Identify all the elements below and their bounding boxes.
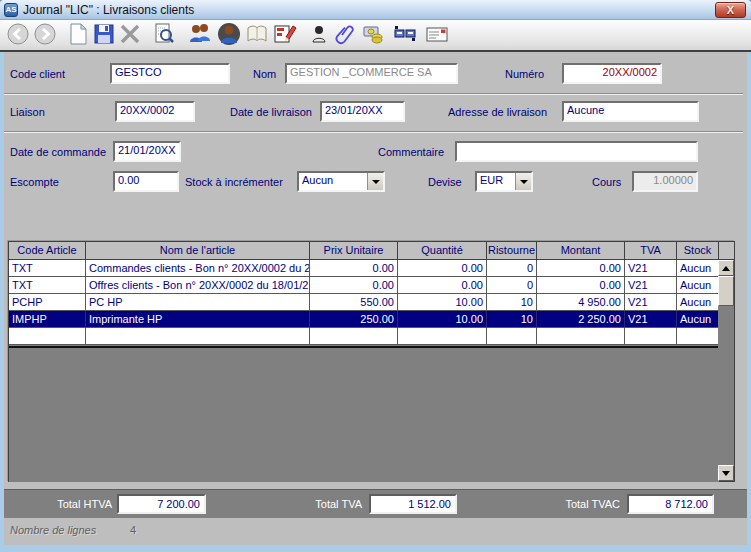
total-tva-label: Total TVA	[282, 498, 362, 510]
vertical-scrollbar[interactable]	[718, 242, 734, 481]
escompte-input[interactable]: 0.00	[113, 171, 179, 192]
app-window: AS Journal "LIC" : Livraisons clients X	[0, 0, 751, 552]
col-header-stock[interactable]: Stock	[677, 242, 719, 260]
scrollbar-thumb[interactable]	[718, 276, 734, 306]
stock-incrementer-value: Aucun	[299, 173, 367, 190]
date-commande-label: Date de commande	[10, 146, 106, 158]
stock-incrementer-label: Stock à incrémenter	[185, 176, 283, 188]
back-icon	[6, 22, 30, 50]
new-document-icon	[66, 22, 90, 50]
col-header-quantite[interactable]: Quantité	[398, 242, 487, 260]
cell-nom: Commandes clients - Bon n° 20XX/0002 du …	[86, 260, 310, 277]
scrollbar-header-spacer	[718, 242, 734, 260]
liaison-label: Liaison	[10, 106, 45, 118]
code-client-input[interactable]: GESTCO	[110, 63, 230, 84]
table-row-empty[interactable]	[9, 328, 719, 345]
cell-stock: Aucun	[677, 260, 719, 277]
calendar-pencil-icon	[273, 22, 297, 50]
toolbar: Période 01/20XX ?	[0, 20, 751, 52]
open-book-icon	[245, 22, 269, 50]
cell-nom: Imprimante HP	[86, 311, 310, 328]
devise-select[interactable]: EUR	[475, 171, 533, 192]
col-header-code-article[interactable]: Code Article	[9, 242, 86, 260]
dropdown-arrow-icon[interactable]	[515, 173, 531, 190]
cell-tva: V21	[625, 294, 677, 311]
titlebar[interactable]: AS Journal "LIC" : Livraisons clients X	[0, 0, 751, 20]
cell-tva: V21	[625, 260, 677, 277]
cell-montant: 0.00	[537, 277, 625, 294]
delete-button[interactable]	[116, 22, 143, 49]
forward-icon	[33, 22, 57, 50]
date-commande-input[interactable]: 21/01/20XX	[113, 141, 181, 162]
table-row[interactable]: TXT Offres clients - Bon n° 20XX/0002 du…	[9, 277, 719, 294]
print-preview-icon	[152, 22, 176, 50]
cours-label: Cours	[592, 176, 621, 188]
code-client-label: Code client	[10, 68, 65, 80]
total-tva-value: 1 512.00	[369, 494, 457, 514]
print-preview-button[interactable]	[150, 22, 177, 49]
cell-nom: Offres clients - Bon n° 20XX/0002 du 18/…	[86, 277, 310, 294]
cell-tva: V21	[625, 277, 677, 294]
total-tvac-value: 8 712.00	[627, 494, 714, 514]
col-header-tva[interactable]: TVA	[625, 242, 677, 260]
devise-value: EUR	[477, 173, 515, 190]
cell-code: TXT	[9, 260, 86, 277]
client-icon	[217, 22, 241, 50]
close-button[interactable]: X	[715, 2, 746, 18]
table-row[interactable]: PCHP PC HP 550.00 10.00 10 4 950.00 V21 …	[9, 294, 719, 311]
scrollbar-track[interactable]	[718, 306, 734, 465]
cell-code: IMPHP	[9, 311, 86, 328]
table-row[interactable]: TXT Commandes clients - Bon n° 20XX/0002…	[9, 260, 719, 277]
scroll-down-icon	[722, 471, 730, 480]
adresse-livraison-input[interactable]: Aucune	[562, 101, 699, 122]
cell-quantite: 0.00	[398, 260, 487, 277]
line-count-value: 4	[130, 524, 136, 536]
nom-label: Nom	[253, 68, 276, 80]
table-header-row: Code Article Nom de l'article Prix Unita…	[9, 242, 719, 260]
close-icon: X	[727, 5, 734, 15]
back-button[interactable]	[4, 22, 31, 49]
network-button[interactable]	[391, 22, 418, 49]
scroll-up-button[interactable]	[718, 260, 734, 276]
dropdown-arrow-icon[interactable]	[367, 173, 383, 190]
contact-button[interactable]	[305, 22, 332, 49]
cell-code: PCHP	[9, 294, 86, 311]
forward-button[interactable]	[31, 22, 58, 49]
liaison-input[interactable]: 20XX/0002	[115, 101, 195, 122]
col-header-prix-unitaire[interactable]: Prix Unitaire	[310, 242, 398, 260]
table-row-selected[interactable]: IMPHP Imprimante HP 250.00 10.00 10 2 25…	[9, 311, 719, 328]
cell-montant: 2 250.00	[537, 311, 625, 328]
delete-icon	[118, 22, 142, 50]
col-header-ristourne[interactable]: Ristourne	[487, 242, 537, 260]
save-button[interactable]	[90, 22, 117, 49]
cell-stock: Aucun	[677, 277, 719, 294]
escompte-label: Escompte	[10, 176, 59, 188]
date-livraison-input[interactable]: 23/01/20XX	[320, 101, 405, 122]
numero-input[interactable]: 20XX/0002	[562, 63, 662, 84]
new-document-button[interactable]	[64, 22, 91, 49]
clients-icon	[188, 22, 212, 50]
commentaire-label: Commentaire	[378, 146, 444, 158]
totals-bar: Total HTVA 7 200.00 Total TVA 1 512.00 T…	[4, 489, 747, 518]
cell-prix: 0.00	[310, 277, 398, 294]
scroll-down-button[interactable]	[718, 465, 734, 481]
window-title: Journal "LIC" : Livraisons clients	[23, 3, 194, 17]
attachment-button[interactable]	[331, 22, 358, 49]
devise-label: Devise	[428, 176, 462, 188]
client-button[interactable]	[215, 22, 242, 49]
col-header-montant[interactable]: Montant	[537, 242, 625, 260]
calendar-button[interactable]	[271, 22, 298, 49]
catalog-button[interactable]	[243, 22, 270, 49]
cell-stock: Aucun	[677, 311, 719, 328]
col-header-nom-article[interactable]: Nom de l'article	[86, 242, 310, 260]
payment-button[interactable]	[359, 22, 386, 49]
clients-button[interactable]	[186, 22, 213, 49]
commentaire-input[interactable]	[455, 141, 698, 162]
cell-tva: V21	[625, 311, 677, 328]
mail-button[interactable]	[423, 22, 450, 49]
stock-incrementer-select[interactable]: Aucun	[297, 171, 385, 192]
cell-code: TXT	[9, 277, 86, 294]
cours-input: 1.00000	[632, 171, 698, 192]
person-icon	[307, 22, 331, 50]
section-separator	[4, 131, 743, 133]
